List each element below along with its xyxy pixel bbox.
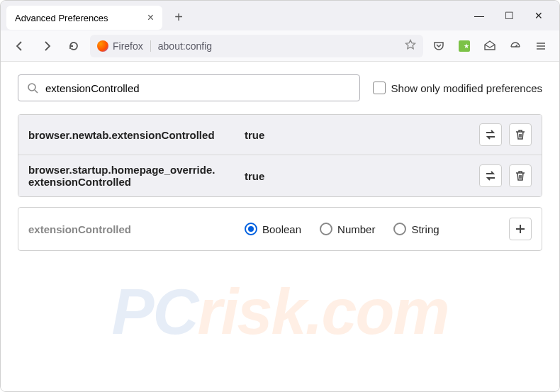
page-content: extensionControlled Show only modified p… — [1, 62, 559, 391]
delete-button[interactable] — [509, 164, 532, 187]
dashboard-icon[interactable] — [505, 36, 525, 56]
menu-button[interactable] — [531, 36, 551, 56]
new-preference-row: extensionControlled Boolean Number Strin… — [18, 207, 542, 251]
radio-string[interactable]: String — [393, 223, 439, 235]
checkbox-label: Show only modified preferences — [391, 82, 542, 94]
add-button[interactable] — [509, 218, 532, 240]
radio-label: String — [411, 223, 439, 235]
preference-list: browser.newtab.extensionControlled true … — [18, 114, 542, 197]
toggle-button[interactable] — [479, 123, 502, 146]
tab-title: Advanced Preferences — [15, 13, 108, 23]
radio-label: Number — [337, 223, 375, 235]
extension-icon[interactable] — [454, 36, 474, 56]
close-tab-icon[interactable]: × — [147, 11, 154, 24]
bookmark-star-icon[interactable] — [405, 39, 416, 52]
firefox-logo-icon — [97, 40, 108, 52]
back-button[interactable] — [9, 35, 30, 57]
pref-value: true — [245, 129, 264, 141]
reload-button[interactable] — [63, 35, 84, 57]
toolbar: Firefox about:config — [1, 30, 559, 62]
search-value: extensionControlled — [45, 82, 140, 94]
radio-boolean[interactable]: Boolean — [245, 223, 301, 235]
pref-value: true — [245, 170, 264, 182]
identity-label: Firefox — [113, 40, 143, 52]
maximize-button[interactable]: ☐ — [503, 10, 515, 21]
radio-label: Boolean — [262, 223, 301, 235]
inbox-icon[interactable] — [480, 36, 500, 56]
preference-row[interactable]: browser.newtab.extensionControlled true — [18, 115, 542, 155]
url-identity: Firefox — [97, 40, 151, 52]
new-tab-button[interactable]: + — [168, 6, 189, 28]
pocket-icon[interactable] — [429, 36, 449, 56]
browser-tab[interactable]: Advanced Preferences × — [6, 6, 162, 30]
toggle-button[interactable] — [479, 164, 502, 187]
tab-bar: Advanced Preferences × + — ☐ ✕ — [1, 1, 559, 30]
svg-point-0 — [28, 84, 35, 91]
pref-name: browser.startup.homepage_override. exten… — [28, 164, 245, 188]
radio-number[interactable]: Number — [320, 223, 375, 235]
search-input[interactable]: extensionControlled — [18, 74, 360, 101]
minimize-button[interactable]: — — [473, 10, 486, 21]
type-radio-group: Boolean Number String — [245, 223, 439, 235]
delete-button[interactable] — [509, 123, 532, 146]
url-text: about:config — [158, 40, 212, 52]
radio-icon — [245, 223, 257, 235]
window-controls: — ☐ ✕ — [473, 10, 554, 21]
checkbox-icon — [373, 82, 386, 94]
close-window-button[interactable]: ✕ — [532, 10, 545, 21]
watermark: PCrisk.com — [111, 276, 448, 349]
forward-button[interactable] — [36, 35, 57, 57]
address-bar[interactable]: Firefox about:config — [90, 35, 423, 57]
search-icon — [27, 82, 38, 94]
radio-icon — [393, 223, 406, 235]
preference-row[interactable]: browser.startup.homepage_override. exten… — [18, 155, 542, 196]
show-modified-checkbox[interactable]: Show only modified preferences — [373, 82, 542, 94]
new-pref-name: extensionControlled — [28, 223, 245, 235]
radio-icon — [320, 223, 332, 235]
pref-name: browser.newtab.extensionControlled — [28, 129, 245, 141]
